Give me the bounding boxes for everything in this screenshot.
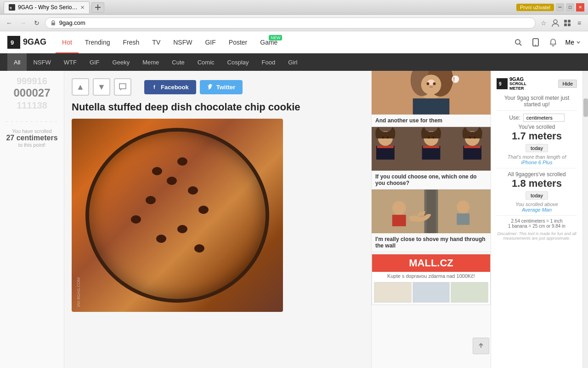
sidebar-caption-2: If you could choose one, which one do yo… bbox=[372, 171, 491, 189]
sm-today-button[interactable]: today bbox=[526, 144, 548, 152]
sm-your-amount: 1.7 meters bbox=[497, 130, 577, 142]
nav-item-hot[interactable]: Hot bbox=[56, 31, 79, 53]
address-bar[interactable] bbox=[45, 17, 536, 29]
cat-geeky[interactable]: Geeky bbox=[106, 53, 136, 71]
downvote-button[interactable]: ▼ bbox=[93, 78, 110, 96]
gag-logo-text: 9GAG bbox=[23, 37, 46, 47]
cat-food[interactable]: Food bbox=[255, 53, 282, 71]
cat-cute[interactable]: Cute bbox=[165, 53, 191, 71]
forward-button[interactable]: → bbox=[17, 17, 28, 29]
scrollbar-track[interactable] bbox=[582, 71, 588, 368]
svg-rect-7 bbox=[568, 20, 571, 23]
new-tab-button[interactable] bbox=[91, 2, 104, 12]
browser-tab[interactable]: 9 9GAG - Why So Serious? ✕ bbox=[4, 1, 90, 13]
tab-close-button[interactable]: ✕ bbox=[80, 5, 85, 11]
cat-nsfw[interactable]: NSFW bbox=[27, 53, 57, 71]
sidebar-post-1[interactable]: ! And another use for them bbox=[372, 71, 491, 127]
ad-product-2 bbox=[413, 282, 450, 303]
ad-block: MALL.CZ Kupte s dopravou zdarma nad 1000… bbox=[372, 254, 491, 305]
ad-brand: MALL.CZ bbox=[372, 254, 490, 272]
gag-logo[interactable]: 9 9GAG bbox=[7, 36, 46, 49]
nav-item-nsfw[interactable]: NSFW bbox=[167, 31, 198, 53]
scroll-amount: 27 centimeters bbox=[6, 134, 57, 142]
scrollbar-thumb[interactable] bbox=[583, 98, 588, 117]
sm-logo: 9 9GAG SCROLL METER bbox=[497, 76, 526, 91]
post-controls: ▲ ▼ f Facebook Twitter bbox=[72, 78, 364, 96]
ad-product-3 bbox=[451, 282, 488, 303]
svg-rect-51 bbox=[392, 215, 406, 226]
svg-point-44 bbox=[469, 137, 471, 139]
post-title: Nutella stuffed deep dish chocolate chip… bbox=[72, 101, 364, 113]
nav-item-trending[interactable]: Trending bbox=[79, 31, 117, 53]
search-icon-button[interactable] bbox=[513, 37, 523, 47]
nav-item-game[interactable]: Game NEW bbox=[254, 31, 284, 53]
toolbar-icons: ☆ ≡ bbox=[538, 18, 584, 28]
sm-divider-2 bbox=[497, 168, 577, 168]
browser-controls: První uživatel ─ □ ✕ bbox=[516, 3, 584, 12]
cat-comic[interactable]: Comic bbox=[191, 53, 221, 71]
sm-use-row: Use: bbox=[497, 114, 577, 122]
maximize-button[interactable]: □ bbox=[566, 3, 574, 12]
me-dropdown[interactable]: Me bbox=[565, 39, 581, 46]
star-button[interactable]: ☆ bbox=[538, 18, 548, 28]
sm-intro-text: Your 9gag scroll meter just started up! bbox=[497, 95, 577, 108]
sm-hide-button[interactable]: Hide bbox=[558, 80, 577, 88]
sm-iphone-link[interactable]: iPhone 6 Plus bbox=[497, 160, 577, 165]
facebook-share-button[interactable]: f Facebook bbox=[144, 80, 196, 94]
menu-button[interactable]: ≡ bbox=[574, 18, 584, 28]
back-to-top-button[interactable] bbox=[473, 338, 489, 354]
svg-point-15 bbox=[535, 45, 536, 46]
user-icon-button[interactable] bbox=[550, 18, 560, 28]
mobile-icon-button[interactable] bbox=[531, 37, 541, 47]
extensions-button[interactable] bbox=[562, 18, 572, 28]
comment-button[interactable] bbox=[114, 78, 131, 96]
nav-item-gif[interactable]: GIF bbox=[198, 31, 222, 53]
scroll-meter-left: 999916 000027 111138 - - - - - - - - - -… bbox=[0, 71, 64, 368]
cat-cosplay[interactable]: Cosplay bbox=[221, 53, 255, 71]
user-profile-button[interactable]: První uživatel bbox=[516, 4, 554, 11]
svg-rect-9 bbox=[568, 23, 571, 26]
sidebar-image-2 bbox=[372, 127, 491, 171]
nav-item-fresh[interactable]: Fresh bbox=[117, 31, 146, 53]
nav-item-tv[interactable]: TV bbox=[146, 31, 167, 53]
tab-title: 9GAG - Why So Serious? bbox=[18, 4, 78, 11]
svg-point-26 bbox=[433, 82, 435, 85]
svg-text:!: ! bbox=[453, 76, 455, 83]
svg-line-13 bbox=[520, 44, 521, 46]
sm-all-today-button[interactable]: today bbox=[526, 191, 548, 200]
svg-point-39 bbox=[428, 137, 430, 139]
sm-average-man-link[interactable]: Average Man bbox=[497, 207, 577, 213]
svg-rect-49 bbox=[424, 190, 438, 233]
svg-point-40 bbox=[432, 137, 435, 139]
upvote-button[interactable]: ▲ bbox=[72, 78, 89, 96]
svg-rect-53 bbox=[457, 213, 469, 225]
svg-point-34 bbox=[382, 137, 384, 139]
cat-meme[interactable]: Meme bbox=[136, 53, 165, 71]
reload-button[interactable]: ↻ bbox=[31, 17, 42, 29]
nav-right: Me bbox=[513, 37, 581, 47]
gag-nav: 9 9GAG Hot Trending Fresh TV NSFW GIF Po… bbox=[0, 31, 588, 53]
cat-wtf[interactable]: WTF bbox=[57, 53, 83, 71]
scroll-to-point: to this point! bbox=[18, 142, 45, 148]
scroll-meter-panel: 9 9GAG SCROLL METER Hide Your 9gag scrol… bbox=[491, 71, 582, 368]
sidebar-post-2[interactable]: If you could choose one, which one do yo… bbox=[372, 127, 491, 190]
cat-gif[interactable]: GIF bbox=[83, 53, 106, 71]
scroll-you-text: You have scrolled bbox=[12, 128, 51, 134]
bell-icon-button[interactable] bbox=[548, 37, 558, 47]
svg-text:f: f bbox=[153, 84, 155, 90]
minimize-button[interactable]: ─ bbox=[556, 3, 564, 12]
nav-item-poster[interactable]: Poster bbox=[222, 31, 254, 53]
twitter-share-button[interactable]: Twitter bbox=[200, 80, 243, 94]
back-button[interactable]: ← bbox=[4, 17, 15, 29]
scroll-dashes: - - - - - - - - - - - bbox=[6, 118, 58, 124]
sidebar-image-3 bbox=[372, 190, 491, 233]
url-input[interactable] bbox=[59, 19, 531, 26]
sm-unit-input[interactable] bbox=[523, 114, 565, 122]
cat-girl[interactable]: Girl bbox=[282, 53, 304, 71]
sm-disclaimer: Discalimer: This tool is made for fun an… bbox=[497, 231, 577, 241]
browser-toolbar: ← → ↻ ☆ ≡ bbox=[0, 15, 588, 31]
close-window-button[interactable]: ✕ bbox=[576, 3, 584, 12]
cat-all[interactable]: All bbox=[7, 53, 27, 71]
ad-tagline: Kupte s dopravou zdarma nad 1000Kč! bbox=[372, 272, 490, 280]
sidebar-post-3[interactable]: I'm really close to shove my hand throug… bbox=[372, 190, 491, 252]
